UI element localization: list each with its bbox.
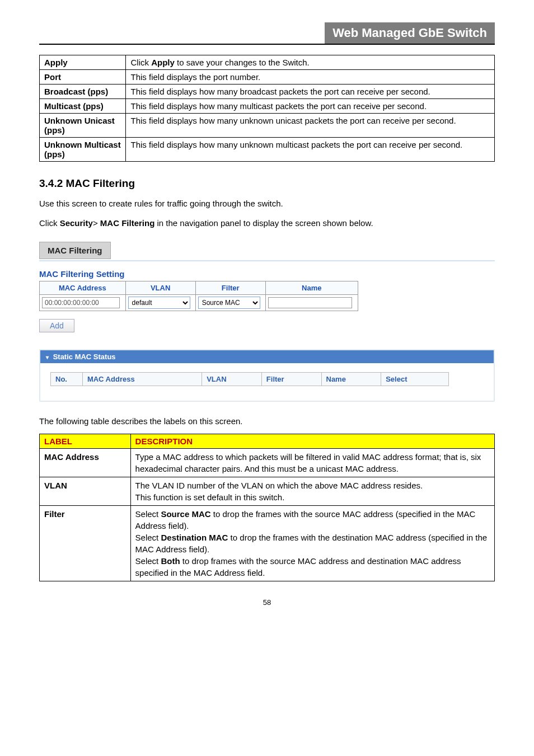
row-label: Port [40, 70, 126, 84]
vlan-select[interactable]: default [128, 297, 190, 309]
section-heading: 3.4.2 MAC Filtering [39, 177, 495, 190]
col-name: Name [265, 281, 358, 295]
row-desc: Type a MAC address to which packets will… [130, 448, 494, 477]
desc-table-intro: The following table describes the labels… [39, 415, 495, 428]
intro-paragraph: Use this screen to create rules for traf… [39, 198, 495, 210]
row-desc: This field displays how many broadcast p… [126, 84, 495, 99]
nav-paragraph: Click Security> MAC Filtering in the nav… [39, 217, 495, 230]
col-mac-address: MAC Address [40, 281, 126, 295]
row-label: Broadcast (pps) [40, 84, 126, 99]
col-select: Select [381, 373, 449, 386]
row-desc: Select Source MAC to drop the frames wit… [130, 505, 494, 581]
mac-filtering-setting-heading: MAC Filtering Setting [39, 269, 495, 279]
page-number: 58 [39, 598, 495, 607]
row-desc: Click Apply to save your changes to the … [126, 55, 495, 70]
row-label: VLAN [40, 477, 131, 505]
header-description: DESCRIPTION [130, 434, 494, 448]
col-no: No. [51, 373, 83, 386]
row-desc: This field displays how many unknown mul… [126, 138, 495, 162]
col-vlan: VLAN [202, 373, 262, 386]
mac-filtering-setting-table: MAC Address VLAN Filter Name default Sou… [39, 281, 358, 311]
row-label: MAC Address [40, 448, 131, 477]
row-label: Multicast (pps) [40, 99, 126, 114]
static-mac-status-title: Static MAC Status [53, 353, 116, 361]
chevron-down-icon: ▾ [46, 354, 49, 360]
static-mac-status-table: No. MAC Address VLAN Filter Name Select [50, 372, 449, 386]
row-label: Unknown Unicast (pps) [40, 114, 126, 138]
col-filter: Filter [195, 281, 265, 295]
col-mac: MAC Address [82, 373, 202, 386]
row-desc: The VLAN ID number of the VLAN on which … [130, 477, 494, 505]
row-desc: This field displays how many unknown uni… [126, 114, 495, 138]
upper-properties-table: Apply Click Apply to save your changes t… [39, 55, 495, 162]
name-input[interactable] [268, 297, 352, 308]
filter-select[interactable]: Source MAC [198, 297, 260, 309]
header-label: LABEL [40, 434, 131, 448]
row-label: Filter [40, 505, 131, 581]
page-header: Web Managed GbE Switch [39, 22, 495, 45]
mac-address-input[interactable] [42, 297, 120, 308]
static-mac-status-panel: ▾ Static MAC Status No. MAC Address VLAN… [39, 349, 495, 402]
col-vlan: VLAN [125, 281, 195, 295]
row-desc: This field displays how many multicast p… [126, 99, 495, 114]
row-label: Apply [40, 55, 126, 70]
setting-row: default Source MAC [40, 295, 358, 311]
col-filter: Filter [261, 373, 321, 386]
mac-filtering-tab: MAC Filtering [39, 242, 111, 259]
divider [39, 260, 495, 261]
description-table: LABEL DESCRIPTION MAC Address Type a MAC… [39, 434, 495, 581]
col-name: Name [321, 373, 381, 386]
row-label: Unknown Multicast (pps) [40, 138, 126, 162]
static-mac-status-header[interactable]: ▾ Static MAC Status [40, 350, 494, 363]
add-button[interactable]: Add [39, 319, 74, 332]
row-desc: This field displays the port number. [126, 70, 495, 84]
page-title-box: Web Managed GbE Switch [325, 22, 495, 44]
